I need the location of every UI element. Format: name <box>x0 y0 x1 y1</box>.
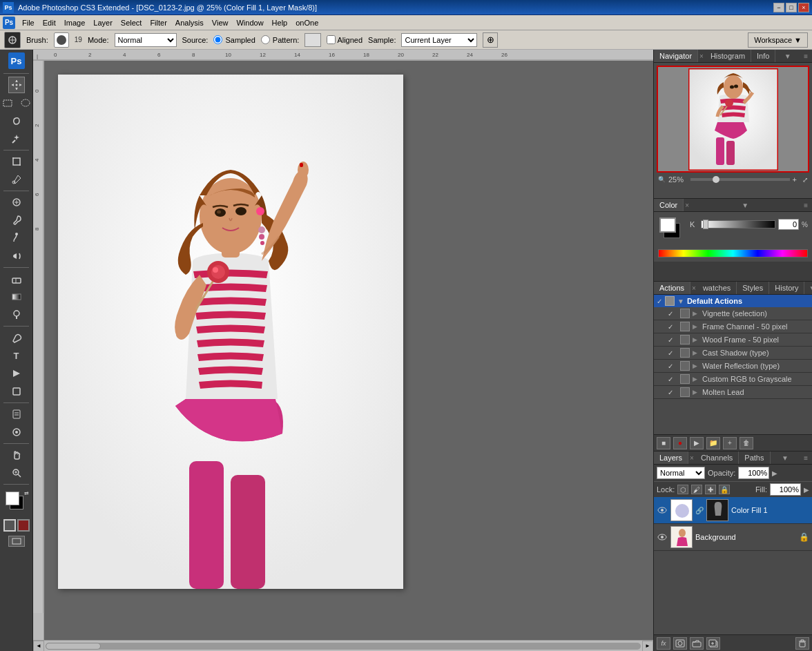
actions-panel-close[interactable]: ▼ <box>804 283 812 293</box>
tool-notes[interactable] <box>8 406 25 422</box>
menu-filter[interactable]: Filter <box>146 17 171 28</box>
lock-transparent-button[interactable]: ⬡ <box>677 485 688 494</box>
screen-mode-button[interactable] <box>8 536 25 547</box>
fg-color-swatch[interactable] <box>6 492 19 505</box>
action-wood[interactable]: ✓ ▶ Wood Frame - 50 pixel <box>654 333 812 347</box>
layer-item-background[interactable]: Background 🔒 <box>654 524 812 551</box>
action-water[interactable]: ✓ ▶ Water Reflection (type) <box>654 360 812 373</box>
new-action-button[interactable]: + <box>723 437 737 449</box>
tool-icon[interactable] <box>4 32 21 48</box>
tab-styles[interactable]: Styles <box>737 282 769 294</box>
tool-move[interactable] <box>8 77 25 93</box>
maximize-button[interactable]: □ <box>786 3 797 12</box>
delete-action-button[interactable]: 🗑 <box>740 437 753 449</box>
opacity-arrow[interactable]: ▶ <box>772 469 777 477</box>
fg-color-box[interactable] <box>659 217 676 233</box>
tool-history-brush[interactable] <box>8 248 25 264</box>
delete-layer-button[interactable] <box>795 637 809 650</box>
menu-file[interactable]: File <box>18 17 39 28</box>
minimize-button[interactable]: − <box>773 3 784 12</box>
k-slider-thumb[interactable] <box>703 220 708 229</box>
tab-info[interactable]: Info <box>751 50 775 62</box>
tab-actions[interactable]: Actions <box>654 282 690 294</box>
color-panel-close[interactable]: ▼ <box>737 200 753 211</box>
tool-crop[interactable] <box>8 153 25 170</box>
tool-lasso[interactable] <box>8 113 25 129</box>
action-rgb[interactable]: ✓ ▶ Custom RGB to Grayscale <box>654 373 812 386</box>
tool-hand[interactable] <box>8 447 25 463</box>
scroll-thumb[interactable] <box>46 643 101 650</box>
new-group-button[interactable] <box>690 637 704 650</box>
tool-marquee-rect[interactable] <box>0 95 16 111</box>
tab-paths[interactable]: Paths <box>739 451 770 464</box>
aligned-checkbox[interactable] <box>327 35 336 44</box>
record-action-button[interactable]: ● <box>673 437 687 449</box>
sample-select[interactable]: Current LayerAll Layers <box>401 33 477 47</box>
tab-channels[interactable]: Channels <box>695 451 739 464</box>
fill-arrow[interactable]: ▶ <box>804 486 809 494</box>
menu-window[interactable]: Window <box>232 17 267 28</box>
tab-layers[interactable]: Layers <box>654 451 688 464</box>
opacity-input[interactable] <box>738 467 769 479</box>
tool-text[interactable]: T <box>8 347 25 364</box>
menu-select[interactable]: Select <box>117 17 146 28</box>
action-play-btn[interactable]: ▶ <box>693 376 699 382</box>
layer-visibility-background[interactable] <box>657 532 668 543</box>
action-vignette[interactable]: ✓ ▶ Vignette (selection) <box>654 307 812 320</box>
pattern-radio[interactable] <box>261 35 270 44</box>
mode-select[interactable]: NormalDissolveMultiply <box>115 33 177 47</box>
k-value-input[interactable] <box>778 219 799 230</box>
action-play-btn[interactable]: ▶ <box>693 323 699 330</box>
sampled-radio[interactable] <box>213 35 222 44</box>
workspace-button[interactable]: Workspace ▼ <box>748 32 808 48</box>
k-slider-track[interactable] <box>701 220 775 229</box>
tab-watches[interactable]: watches <box>697 282 737 294</box>
pattern-swatch[interactable] <box>304 33 321 47</box>
zoom-in-icon[interactable]: + <box>793 175 797 184</box>
zoom-out-icon[interactable]: 🔍 <box>658 176 666 183</box>
play-action-button[interactable]: ▶ <box>690 437 704 449</box>
close-button[interactable]: × <box>798 3 809 12</box>
lock-all-button[interactable]: 🔒 <box>719 485 730 494</box>
action-molten[interactable]: ✓ ▶ Molten Lead <box>654 386 812 399</box>
zoom-slider[interactable] <box>690 178 790 181</box>
sample-extra-button[interactable]: ⊕ <box>483 32 498 48</box>
quick-mask-button[interactable] <box>17 519 30 532</box>
layer-visibility-colorfill1[interactable] <box>657 505 668 516</box>
brush-preview[interactable] <box>54 32 69 48</box>
menu-edit[interactable]: Edit <box>39 17 60 28</box>
action-frame[interactable]: ✓ ▶ Frame Channel - 50 pixel <box>654 320 812 333</box>
stop-action-button[interactable]: ■ <box>657 437 670 449</box>
menu-layer[interactable]: Layer <box>89 17 117 28</box>
tool-shape[interactable] <box>8 383 25 400</box>
scroll-right-button[interactable]: ► <box>642 641 653 652</box>
menu-analysis[interactable]: Analysis <box>171 17 208 28</box>
tool-eyedrop-color[interactable] <box>8 424 25 440</box>
tool-eraser[interactable] <box>8 271 25 287</box>
action-play-btn[interactable]: ▶ <box>693 389 699 396</box>
layer-effects-button[interactable]: fx <box>657 637 670 650</box>
tool-magic-wand[interactable] <box>8 130 25 147</box>
blend-mode-select[interactable]: NormalDissolveMultiply <box>657 467 705 479</box>
new-set-button[interactable]: 📁 <box>706 437 720 449</box>
tool-heal[interactable] <box>8 194 25 211</box>
tool-brush[interactable] <box>8 212 25 229</box>
fit-page-icon[interactable]: ⤢ <box>802 176 808 184</box>
color-panel-menu[interactable]: ≡ <box>800 200 812 211</box>
tool-eyedropper[interactable] <box>8 171 25 188</box>
fill-input[interactable] <box>770 483 801 496</box>
tool-marquee-ellipse[interactable] <box>17 95 34 111</box>
action-play-btn[interactable]: ▶ <box>693 336 699 343</box>
tab-navigator[interactable]: Navigator <box>654 50 698 62</box>
navigator-panel-menu[interactable]: ≡ <box>800 51 812 61</box>
menu-help[interactable]: Help <box>268 17 292 28</box>
tab-color[interactable]: Color <box>654 199 684 211</box>
action-play-btn[interactable]: ▶ <box>693 362 699 369</box>
tool-path-select[interactable] <box>8 365 25 382</box>
tool-zoom[interactable] <box>8 465 25 481</box>
lock-image-button[interactable]: 🖌 <box>691 485 702 494</box>
action-group-default[interactable]: ✓ ▼ Default Actions <box>654 295 812 307</box>
menu-view[interactable]: View <box>208 17 233 28</box>
layers-panel-close[interactable]: ▼ <box>777 453 793 463</box>
horizontal-scrollbar[interactable]: ◄ ► <box>33 640 653 651</box>
